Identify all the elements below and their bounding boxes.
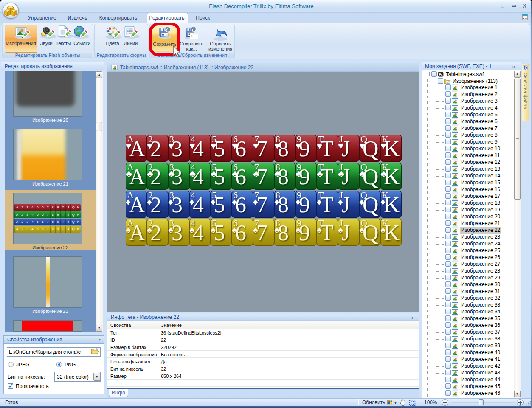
svg-text:i: i: [525, 66, 526, 70]
